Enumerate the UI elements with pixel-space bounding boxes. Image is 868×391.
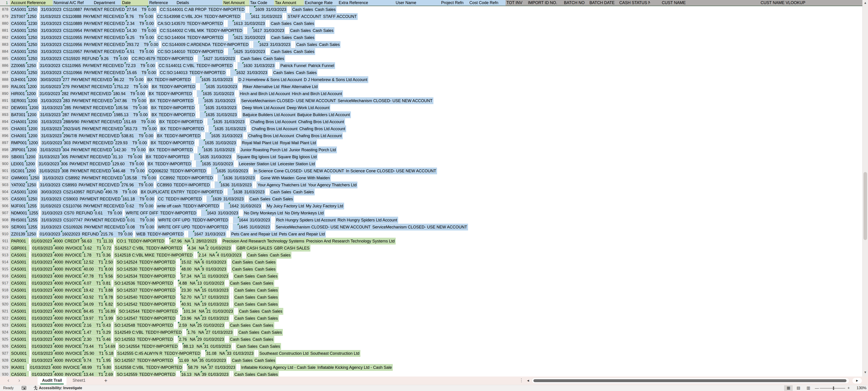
cell-net[interactable]: 105.56 <box>115 104 129 111</box>
cell-proj[interactable] <box>165 238 167 245</box>
cell-cost[interactable] <box>196 97 198 104</box>
cell-taxamt[interactable]: 0.00 <box>128 189 138 196</box>
cell-cust[interactable]: Royal Mail Plant Ltd <box>241 139 279 146</box>
cell-spare[interactable] <box>239 139 241 146</box>
cell-ref[interactable]: 279 <box>62 83 70 90</box>
col-header-batchdate[interactable]: BATCH DATE <box>589 0 618 6</box>
cell-proj[interactable] <box>193 252 195 259</box>
cell-tot[interactable]: 31.08 <box>205 350 217 357</box>
cell-ref[interactable]: CS110957 <box>62 48 83 55</box>
cell-exch[interactable] <box>157 174 159 181</box>
cell-nominal[interactable] <box>27 371 29 376</box>
cell-details[interactable]: PAYMENT RECEIVED <box>69 168 112 174</box>
cell-user[interactable]: TEDDY-IMPORTED <box>158 111 196 118</box>
cell-net[interactable]: 9.26 <box>100 55 110 62</box>
row-number-header[interactable]: 1 <box>0 0 10 6</box>
cell-user[interactable]: TEDDY-IMPORTED <box>191 224 229 231</box>
cell-import[interactable] <box>247 13 250 20</box>
cell-tot[interactable] <box>196 161 198 168</box>
cell-net[interactable]: 161.18 <box>121 196 136 203</box>
cell-taxamt[interactable]: 0.81 <box>102 280 112 287</box>
cell-dept[interactable] <box>29 301 31 308</box>
cell-import[interactable]: NA <box>217 350 226 357</box>
cell-cashstatus[interactable] <box>225 280 227 287</box>
cell-batchno[interactable]: 1611 <box>250 13 261 20</box>
cell-nominal[interactable] <box>27 294 29 301</box>
cell-cashstatus[interactable] <box>291 41 293 48</box>
cell-ref[interactable]: CS110965 <box>61 62 82 69</box>
cell-dept[interactable] <box>29 308 31 315</box>
cell-dept[interactable] <box>27 364 29 371</box>
cell-exch[interactable] <box>112 245 114 252</box>
cell-acct[interactable]: SER001 <box>10 97 27 104</box>
cell-batchno[interactable]: 1623 <box>258 41 269 48</box>
row-number[interactable]: 919 <box>0 294 10 301</box>
cell-proj[interactable] <box>211 181 213 189</box>
cell-exch[interactable] <box>155 217 157 224</box>
add-sheet-button[interactable]: + <box>102 377 110 385</box>
cell-proj[interactable] <box>191 76 193 83</box>
cell-extra[interactable]: SO:142542 <box>116 301 138 308</box>
cell-batchdate[interactable]: 31/03/2023 <box>249 224 271 231</box>
cell-cashstatus[interactable] <box>246 118 248 125</box>
cell-batchno[interactable]: 1636 <box>222 174 233 181</box>
cell-cost[interactable] <box>251 41 253 48</box>
cell-user[interactable]: TEDDY-IMPORTED <box>186 48 224 55</box>
cell-proj[interactable] <box>193 146 195 153</box>
cell-cashstatus[interactable] <box>236 364 238 371</box>
cell-nominal[interactable] <box>27 322 29 329</box>
cell-extra[interactable]: S142517 C:VBL <box>114 245 145 252</box>
cell-date[interactable]: 01/03/2023 <box>31 266 53 273</box>
row-number[interactable]: 901 <box>0 168 10 174</box>
cell-extra[interactable]: BX <box>158 118 165 125</box>
cell-cost[interactable] <box>178 371 180 376</box>
cell-cashstatus[interactable] <box>268 69 270 76</box>
cell-cashstatus[interactable] <box>218 238 220 245</box>
cell-net[interactable]: 3.62 <box>83 245 93 252</box>
cell-net[interactable]: 353.73 <box>124 125 138 133</box>
cell-cust[interactable]: Southeast Construction Ltd <box>258 350 309 357</box>
cell-taxcode[interactable]: T9 <box>136 62 146 69</box>
cell-extra[interactable]: BX <box>148 146 156 153</box>
cell-taxamt[interactable]: 0.00 <box>136 90 146 97</box>
cell-cust[interactable]: Pets Care and Repair Ltd <box>230 231 278 238</box>
cell-import[interactable] <box>211 125 213 133</box>
cell-nominal[interactable]: 1250 <box>27 41 38 48</box>
cell-acct[interactable]: CAS001 <box>10 287 27 294</box>
cell-batchno[interactable]: 1635 <box>200 76 211 83</box>
cell-proj[interactable] <box>183 329 185 336</box>
cell-ref[interactable]: 4000 <box>53 336 64 343</box>
cell-vlookup[interactable]: ServiceMechanism CLOSED- USE NEW ACCOUNT <box>371 224 468 231</box>
scroll-down-icon[interactable]: ▼ <box>863 370 868 374</box>
cell-dept[interactable] <box>38 20 40 27</box>
row-number[interactable]: 883 <box>0 41 10 48</box>
col-header-taxamt[interactable]: Tax Amount <box>274 0 304 6</box>
cell-nominal[interactable]: 1200 <box>28 104 39 111</box>
cell-date[interactable]: 31/03/2023 <box>40 27 62 34</box>
cell-taxcode[interactable]: T1 <box>94 308 104 315</box>
cell-cashstatus[interactable] <box>227 357 229 364</box>
cell-cust[interactable]: Cash Sales <box>234 287 256 294</box>
cell-exch[interactable] <box>146 146 148 153</box>
cell-cashstatus[interactable] <box>232 153 234 161</box>
cell-net[interactable]: 73.44 <box>83 343 94 350</box>
cell-import[interactable] <box>209 196 211 203</box>
cell-dept[interactable] <box>38 69 40 76</box>
cell-cust[interactable]: Cash Sales <box>229 280 252 287</box>
cell-nominal[interactable] <box>27 343 29 350</box>
cell-net[interactable]: 276.96 <box>121 181 135 189</box>
cell-cashstatus[interactable] <box>227 259 229 266</box>
cell-import[interactable] <box>199 146 203 153</box>
cell-extra[interactable]: write off cash <box>156 203 182 210</box>
row-number[interactable]: 923 <box>0 322 10 329</box>
cell-spare[interactable] <box>289 6 291 13</box>
cell-date[interactable]: 01/03/2023 <box>31 343 53 350</box>
cell-dept[interactable] <box>38 48 40 55</box>
cell-user[interactable]: TEDDY-IMPORTED <box>186 20 224 27</box>
cell-cost[interactable] <box>176 357 178 364</box>
cell-user[interactable]: TEDDY-IMPORTED <box>205 27 243 34</box>
cell-acct[interactable]: CAS001 <box>10 343 27 350</box>
cell-cust[interactable]: Batjuice Builders Ltd Account <box>242 111 296 118</box>
cell-acct[interactable]: GBR001 <box>10 245 28 252</box>
zoom-slider[interactable] <box>820 388 845 389</box>
